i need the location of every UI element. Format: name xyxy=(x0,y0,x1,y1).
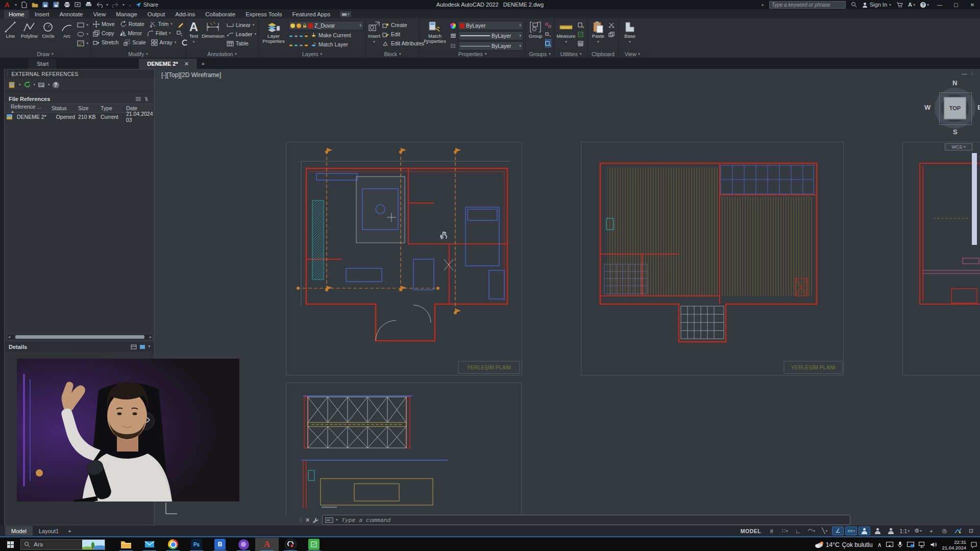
cast-icon[interactable] xyxy=(886,542,893,547)
object-color-dropdown[interactable]: ByLayer ▾ xyxy=(458,21,523,30)
stretch-button[interactable]: Stretch xyxy=(93,38,118,46)
panel-draw-label[interactable]: Draw▾ xyxy=(0,50,90,58)
taskbar-purple-app[interactable] xyxy=(232,538,255,551)
panel-clipboard-label[interactable]: Clipboard xyxy=(588,50,618,58)
tab-output[interactable]: Output xyxy=(143,10,170,18)
panel-modify-label[interactable]: Modify▾ xyxy=(91,50,185,58)
tab-featured-apps[interactable]: Featured Apps xyxy=(288,10,335,18)
taskbar-photoshop[interactable]: Ps xyxy=(185,538,208,551)
palette-horizontal-scrollbar[interactable]: ◂ ▸ xyxy=(7,334,153,340)
model-tab[interactable]: Model xyxy=(5,526,33,536)
action-center-icon[interactable] xyxy=(971,542,977,548)
list-view-icon[interactable] xyxy=(135,96,141,102)
layout1-tab[interactable]: Layout1 xyxy=(33,526,65,536)
palette-help-icon[interactable]: ? xyxy=(53,82,59,88)
arc-button[interactable]: Arc xyxy=(59,20,76,39)
scroll-right-icon[interactable]: ▸ xyxy=(150,335,153,339)
fillet-button[interactable]: Fillet▾ xyxy=(147,29,171,37)
tab-add-ins[interactable]: Add-ins xyxy=(170,10,200,18)
linear-tool[interactable]: Linear▾ xyxy=(227,21,256,29)
copy-button[interactable]: Copy xyxy=(93,29,114,37)
text-button[interactable]: A Text▾ xyxy=(188,20,200,44)
paste-button[interactable]: Paste▾ xyxy=(590,20,606,44)
dimension-button[interactable]: Dimension xyxy=(202,20,225,39)
crosshair-toggle[interactable]: + xyxy=(925,527,937,535)
file-tab-start[interactable]: Start xyxy=(29,59,57,69)
microphone-icon[interactable] xyxy=(898,541,902,548)
viewcube-top-face[interactable]: TOP xyxy=(944,97,966,119)
column-reference[interactable]: Reference ... ▲ xyxy=(5,104,48,113)
publish-icon[interactable] xyxy=(74,2,81,8)
viewcube-north[interactable]: N xyxy=(952,79,957,87)
scrollbar-thumb[interactable] xyxy=(15,335,144,339)
column-type[interactable]: Type xyxy=(97,105,123,111)
scale-button[interactable]: Scale xyxy=(124,38,145,46)
command-close-icon[interactable]: ✕ xyxy=(305,517,310,523)
column-status[interactable]: Status xyxy=(48,105,75,111)
panel-properties-label[interactable]: Properties▾ xyxy=(420,51,525,58)
taskbar-mail[interactable] xyxy=(138,538,161,551)
weather-widget[interactable]: 1 14°C Çok bulutlu xyxy=(814,541,873,548)
snap-mode-toggle[interactable]: ∷▾ xyxy=(779,527,791,535)
taskbar-search-input[interactable] xyxy=(33,541,76,548)
change-path-icon[interactable] xyxy=(38,81,45,88)
qat-customize-chevron-icon[interactable]: ⌄ xyxy=(128,3,132,7)
tab-express-tools[interactable]: Express Tools xyxy=(241,10,286,18)
app-menu-chevron-icon[interactable]: ▾ xyxy=(15,3,17,7)
trim-button[interactable]: Trim▾ xyxy=(150,20,173,28)
command-input-box[interactable]: ▾ xyxy=(322,515,850,525)
attach-chevron-icon[interactable]: ▾ xyxy=(19,83,21,87)
hidden-icons-chevron[interactable]: ∧ xyxy=(877,541,882,548)
command-recent-icon[interactable] xyxy=(325,517,333,523)
command-customize-wrench-icon[interactable] xyxy=(312,517,320,523)
taskbar-chrome[interactable] xyxy=(161,538,185,551)
autoscale-toggle[interactable] xyxy=(872,527,884,535)
polyline-button[interactable]: Polyline xyxy=(21,20,38,39)
taskbar-search-box[interactable] xyxy=(20,539,105,550)
undo-icon[interactable] xyxy=(95,2,103,8)
annotation-visibility-toggle[interactable] xyxy=(859,527,870,535)
close-button[interactable]: ✕ xyxy=(967,1,978,9)
polar-tracking-toggle[interactable]: ◠▾ xyxy=(805,527,817,535)
panel-groups-label[interactable]: Groups▾ xyxy=(526,50,554,58)
ribbon-display-toggle[interactable]: ▾ xyxy=(340,11,351,17)
quick-calc-icon[interactable] xyxy=(578,39,584,47)
volume-icon[interactable] xyxy=(930,542,937,547)
attach-dwg-icon[interactable] xyxy=(9,81,16,88)
network-icon[interactable] xyxy=(919,542,926,547)
isometric-drafting-toggle[interactable]: ╲▾ xyxy=(819,527,830,535)
path-chevron-icon[interactable]: ▾ xyxy=(48,83,50,87)
refresh-chevron-icon[interactable]: ▾ xyxy=(34,83,36,87)
taskbar-app-b[interactable]: B xyxy=(208,538,232,551)
explode-icon[interactable] xyxy=(176,29,183,37)
leader-tool[interactable]: Leader▾ xyxy=(227,30,256,38)
taskbar-file-explorer[interactable] xyxy=(114,538,138,551)
cut-icon[interactable] xyxy=(608,21,615,29)
start-button[interactable] xyxy=(0,538,20,551)
column-size[interactable]: Size xyxy=(75,105,97,111)
clean-screen-toggle[interactable]: ⊡ xyxy=(965,527,977,535)
taskbar-obs[interactable] xyxy=(279,538,302,551)
select-all-icon[interactable] xyxy=(578,30,584,38)
file-tab-document[interactable]: DENEME 2* ✕ xyxy=(139,59,198,69)
search-icon[interactable] xyxy=(851,2,857,8)
panel-annotation-label[interactable]: Annotation▾ xyxy=(186,50,258,58)
save-as-icon[interactable] xyxy=(53,2,60,8)
open-file-icon[interactable] xyxy=(31,2,38,8)
panel-layers-label[interactable]: Layers▾ xyxy=(259,50,365,58)
print-icon[interactable] xyxy=(85,2,92,8)
line-button[interactable]: Line xyxy=(2,20,19,39)
match-layer-button[interactable]: Match Layer xyxy=(288,40,363,48)
model-space-badge[interactable]: MODEL xyxy=(741,528,761,534)
tab-home[interactable]: Home xyxy=(4,10,29,18)
make-current-button[interactable]: Make Current xyxy=(288,31,363,39)
panel-utilities-label[interactable]: Utilities▾ xyxy=(554,50,587,58)
scroll-left-icon[interactable]: ◂ xyxy=(7,335,10,339)
viewcube-south[interactable]: S xyxy=(953,128,958,136)
lineweight-dropdown[interactable]: ByLayer ▾ xyxy=(458,31,523,40)
ortho-mode-toggle[interactable]: ∟ xyxy=(792,527,804,535)
viewport-minimize-icon[interactable]: — xyxy=(962,71,967,77)
preview-toggle-icon[interactable] xyxy=(139,344,145,349)
xref-row-deneme2[interactable]: DENEME 2* Opened 210 KB Current 21.04.20… xyxy=(5,113,154,121)
rectangle-tool[interactable]: ▾ xyxy=(77,21,88,29)
